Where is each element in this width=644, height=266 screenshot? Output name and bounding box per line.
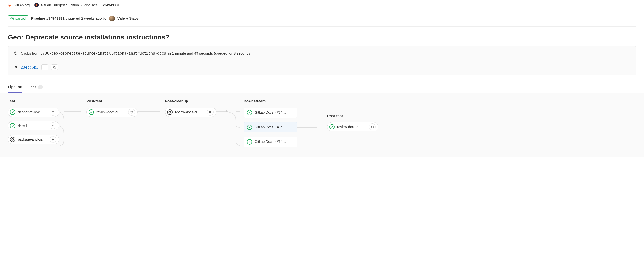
svg-point-10	[12, 139, 14, 140]
retry-icon	[52, 124, 55, 128]
jobs-count-badge: 5	[38, 85, 43, 89]
chevron-right-icon: ›	[81, 3, 82, 7]
breadcrumb-id: #34943331	[102, 3, 120, 7]
job-downstream-review-docs[interactable]: review-docs-d…	[327, 122, 378, 131]
svg-point-0	[11, 17, 14, 20]
info-box: 5 jobs from 5736-geo-deprecate-source-in…	[8, 46, 636, 75]
svg-point-6	[45, 66, 45, 67]
pipeline-status-badge[interactable]: passed	[8, 15, 28, 21]
pipeline-graph: Test danger-review docs lint package-and…	[0, 93, 644, 157]
svg-point-5	[44, 66, 44, 67]
stage-title: Test	[8, 99, 59, 103]
status-success-icon	[329, 124, 335, 129]
play-button[interactable]	[50, 136, 56, 143]
clock-icon	[14, 51, 17, 56]
chevron-right-icon: ›	[32, 3, 32, 7]
commit-icon	[14, 65, 18, 70]
ellipsis-icon	[43, 66, 46, 68]
status-success-icon	[247, 110, 252, 115]
page-title: Geo: Deprecate source installations inst…	[8, 26, 636, 46]
play-icon	[52, 138, 54, 141]
breadcrumb-section[interactable]: Pipelines	[84, 3, 98, 7]
tabs: Pipeline Jobs 5	[8, 81, 636, 93]
copy-icon	[53, 66, 56, 69]
copy-button[interactable]	[51, 64, 58, 70]
breadcrumb-project[interactable]: GitLab Enterprise Edition	[41, 3, 79, 7]
stage-post-test: Post-test review-docs-d…	[86, 99, 138, 117]
svg-point-2	[15, 66, 16, 68]
status-manual-icon	[10, 137, 16, 142]
project-avatar-icon	[34, 3, 39, 7]
commit-hash-link[interactable]: 23ecc6b3	[21, 65, 38, 69]
trigger-user[interactable]: Valery Sizov	[118, 16, 139, 20]
stage-title: Downstream	[244, 99, 300, 103]
status-success-icon	[88, 109, 94, 115]
svg-point-12	[169, 111, 171, 113]
downstream-job-1[interactable]: GitLab Docs・#34…	[244, 107, 297, 118]
status-manual-icon	[167, 109, 172, 115]
status-success-icon	[10, 109, 16, 115]
retry-icon	[52, 111, 55, 114]
breadcrumb-org[interactable]: GitLab.org	[14, 3, 30, 7]
retry-button[interactable]	[50, 122, 56, 129]
retry-button[interactable]	[50, 109, 56, 116]
check-circle-icon	[10, 17, 14, 20]
stage-title: Post-test	[86, 99, 138, 103]
svg-rect-9	[54, 67, 56, 68]
stop-button[interactable]	[207, 109, 214, 116]
chevron-right-icon: ›	[100, 3, 100, 7]
downstream-job-2[interactable]: GitLab Docs・#34…	[244, 122, 297, 132]
breadcrumb: GitLab.org › GitLab Enterprise Edition ›…	[8, 0, 636, 10]
stage-title: Post-cleanup	[165, 99, 216, 103]
gitlab-logo-icon	[8, 3, 12, 7]
more-options-button[interactable]	[41, 64, 48, 70]
job-review-docs-deploy[interactable]: review-docs-d…	[86, 107, 138, 117]
status-success-icon	[247, 139, 252, 145]
status-success-icon	[10, 123, 16, 128]
stage-post-cleanup: Post-cleanup review-docs-cl…	[165, 99, 216, 117]
user-avatar-icon[interactable]	[109, 15, 115, 21]
retry-icon	[371, 125, 374, 128]
pipeline-trigger-text: Pipeline #34943331 triggered 2 weeks ago…	[31, 15, 139, 21]
retry-button[interactable]	[369, 123, 376, 130]
job-review-docs-cleanup[interactable]: review-docs-cl…	[165, 107, 216, 117]
status-label: passed	[16, 16, 26, 20]
triangle-right-icon	[226, 109, 228, 114]
job-danger-review[interactable]: danger-review	[8, 107, 59, 117]
jobs-summary: 5 jobs from 5736-geo-deprecate-source-in…	[21, 51, 252, 56]
stage-downstream: Downstream GitLab Docs・#34… GitLab Docs・…	[244, 99, 300, 147]
svg-point-7	[45, 66, 46, 67]
downstream-job-3[interactable]: GitLab Docs・#34…	[244, 137, 297, 147]
stop-icon	[209, 111, 212, 113]
tab-pipeline[interactable]: Pipeline	[8, 81, 22, 93]
job-docs-lint[interactable]: docs lint	[8, 121, 59, 130]
stage-test: Test danger-review docs lint package-and…	[8, 99, 59, 144]
stage-title: Post-test	[327, 114, 378, 118]
tab-jobs[interactable]: Jobs 5	[29, 81, 43, 93]
header-row: passed Pipeline #34943331 triggered 2 we…	[8, 10, 636, 26]
stage-downstream-posttest: Post-test review-docs-d…	[327, 114, 378, 131]
status-success-icon	[247, 125, 252, 130]
job-package-and-qa[interactable]: package-and-qa	[8, 135, 59, 144]
retry-icon	[130, 111, 133, 114]
retry-button[interactable]	[128, 109, 135, 116]
